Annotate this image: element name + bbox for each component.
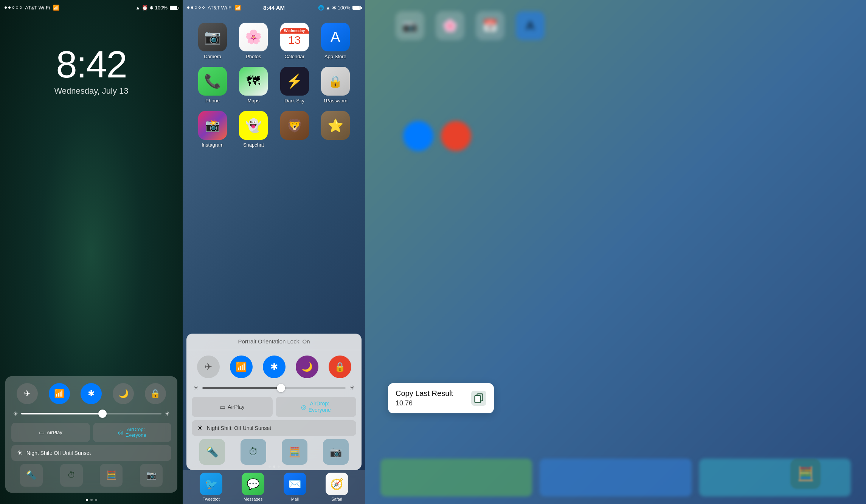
cc2-airplane-button[interactable]: ✈: [197, 356, 220, 378]
photos-app-icon: 🌸: [239, 23, 268, 51]
blur-calc-btn-1: [380, 459, 532, 496]
airplay-airdrop-row: ▭ AirPlay ◎ AirDrop:Everyone: [11, 423, 171, 442]
night-shift-label: Night Shift: Off Until Sunset: [26, 450, 91, 456]
safari-label: Safari: [331, 497, 342, 501]
cc2-camera2-icon: 📷: [330, 446, 342, 458]
cc2-wifi-button[interactable]: 📶: [230, 356, 253, 378]
calendar-inner: Wednesday 13: [280, 28, 309, 46]
blur-icon-2: 🌸: [436, 11, 464, 40]
cc2-night-shift-icon: ☀: [197, 424, 203, 432]
h-bt-icon: ✱: [332, 5, 336, 11]
airdrop-button[interactable]: ◎ AirDrop:Everyone: [93, 423, 172, 442]
signal-dot-3: [12, 6, 14, 9]
calculator-button[interactable]: 🧮: [100, 464, 123, 487]
night-shift-button[interactable]: ☀ Night Shift: Off Until Sunset: [11, 445, 171, 461]
app-photos[interactable]: 🌸 Photos: [235, 23, 272, 59]
copy-result-value: 10.76: [396, 399, 465, 407]
calendar-app-label: Calendar: [284, 54, 304, 59]
appstore-app-label: App Store: [324, 54, 346, 59]
cc2-calculator2-button[interactable]: 🧮: [282, 439, 307, 465]
cc2-brightness-slider[interactable]: [202, 387, 346, 389]
dock-tweetbot[interactable]: 🐦 Tweetbot: [200, 473, 222, 501]
darksky-app-icon: ⚡: [280, 67, 309, 96]
status-bar-lock: AT&T Wi-Fi 📶 ▲ ⏰ ✱ 100%: [0, 0, 183, 15]
dock: 🐦 Tweetbot 💬 Messages ✉️ Mail 🧭 Safari: [183, 470, 365, 504]
app-darksky[interactable]: ⚡ Dark Sky: [276, 67, 313, 104]
cc-bottom-icons: 🔦 ⏱ 🧮 📷: [11, 464, 171, 487]
control-center-home: Portrait Orientation Lock: On ✈ 📶 ✱ 🌙 🔒 …: [186, 334, 362, 470]
do-not-disturb-button[interactable]: 🌙: [113, 383, 134, 404]
cc2-timer-button[interactable]: ⏱: [241, 439, 266, 465]
cc2-airplay-airdrop-row: ▭ AirPlay ◎ AirDrop:Everyone: [186, 397, 362, 417]
dock-mail[interactable]: ✉️ Mail: [284, 473, 306, 501]
unknown1-app-icon: 🦁: [280, 111, 309, 140]
status-right-lock: ▲ ⏰ ✱ 100%: [120, 5, 178, 11]
app-appstore[interactable]: A App Store: [317, 23, 354, 59]
maps-app-label: Maps: [247, 98, 259, 104]
cc2-rotation-button[interactable]: 🔒: [329, 356, 351, 378]
page-indicator: [86, 499, 97, 501]
cc2-airplay-icon: ▭: [220, 404, 225, 411]
alarm-icon: ⏰: [142, 5, 148, 11]
app-1password[interactable]: 🔒 1Password: [317, 67, 354, 104]
app-camera[interactable]: 📷 Camera: [194, 23, 231, 59]
app-phone[interactable]: 📞 Phone: [194, 67, 231, 104]
h-dot-1: [187, 6, 189, 9]
camera-quick-button[interactable]: 📷: [140, 464, 163, 487]
blur-wifi-circle: [403, 121, 433, 151]
brightness-thumb[interactable]: [98, 410, 107, 418]
cc2-airdrop-label: AirDrop:Everyone: [309, 400, 331, 413]
dock-messages[interactable]: 💬 Messages: [242, 473, 264, 501]
wifi-toggle-button[interactable]: 📶: [49, 383, 70, 404]
home-status-left: AT&T Wi-Fi 📶: [187, 5, 245, 11]
lock-date: Wednesday, July 13: [54, 86, 128, 96]
cc2-bottom-icons: 🔦 ⏱ 🧮 📷: [186, 439, 362, 465]
app-maps[interactable]: 🗺 Maps: [235, 67, 272, 104]
blur-icon-4: A: [516, 11, 545, 40]
cc2-moon-button[interactable]: 🌙: [296, 356, 318, 378]
blur-calc-btn-3: [699, 459, 851, 496]
cc2-bluetooth-button[interactable]: ✱: [263, 356, 286, 378]
phone-app-label: Phone: [205, 98, 220, 104]
airplay-button[interactable]: ▭ AirPlay: [11, 423, 90, 442]
app-unknown1[interactable]: 🦁: [276, 111, 313, 148]
timer-button[interactable]: ⏱: [60, 464, 83, 487]
instagram-app-icon: 📸: [198, 111, 227, 140]
calc-blur-background: [365, 0, 866, 504]
timer-icon: ⏱: [67, 470, 76, 480]
messages-icon: 💬: [242, 473, 264, 495]
dock-safari[interactable]: 🧭 Safari: [326, 473, 348, 501]
cc2-camera2-button[interactable]: 📷: [323, 439, 349, 465]
brightness-min-icon: ☀: [13, 410, 18, 417]
cc2-airdrop-button[interactable]: ◎ AirDrop:Everyone: [276, 397, 357, 417]
cc2-airplay-button[interactable]: ▭ AirPlay: [192, 397, 273, 417]
wifi-icon: 📶: [53, 5, 59, 11]
cc2-night-shift-button[interactable]: ☀ Night Shift: Off Until Sunset: [192, 420, 356, 436]
night-shift-icon: ☀: [17, 449, 23, 457]
cc2-flashlight-button[interactable]: 🔦: [199, 439, 225, 465]
h-dot-3: [195, 6, 197, 9]
cc2-brightness-thumb[interactable]: [277, 384, 285, 392]
page-dot-1: [86, 499, 88, 501]
status-left: AT&T Wi-Fi 📶: [5, 5, 62, 11]
copy-icon: [471, 391, 486, 406]
cc2-timer-icon: ⏱: [248, 446, 258, 458]
airplane-mode-button[interactable]: ✈: [17, 383, 38, 404]
rotation-lock-button[interactable]: 🔒: [145, 383, 166, 404]
status-bar-home: AT&T Wi-Fi 📶 8:44 AM 🌐 ▲ ✱ 100%: [183, 0, 365, 15]
brightness-slider[interactable]: [21, 413, 161, 414]
instagram-app-label: Instagram: [202, 142, 223, 148]
app-calendar[interactable]: Wednesday 13 Calendar: [276, 23, 313, 59]
app-snapchat[interactable]: 👻 Snapchat: [235, 111, 272, 148]
page-dot-2: [90, 499, 93, 501]
cc2-night-shift-label: Night Shift: Off Until Sunset: [207, 425, 271, 431]
copy-result-popup[interactable]: Copy Last Result 10.76: [388, 383, 494, 413]
app-instagram[interactable]: 📸 Instagram: [194, 111, 231, 148]
app-unknown2[interactable]: ⭐: [317, 111, 354, 148]
bluetooth-toggle-button[interactable]: ✱: [81, 383, 102, 404]
app-grid: 📷 Camera 🌸 Photos Wednesday 13 Calendar …: [183, 15, 365, 155]
flashlight-button[interactable]: 🔦: [20, 464, 43, 487]
camera-app-label: Camera: [204, 54, 221, 59]
calendar-app-icon: Wednesday 13: [280, 23, 309, 51]
cc2-brightness-max-icon: ☀: [349, 384, 355, 391]
